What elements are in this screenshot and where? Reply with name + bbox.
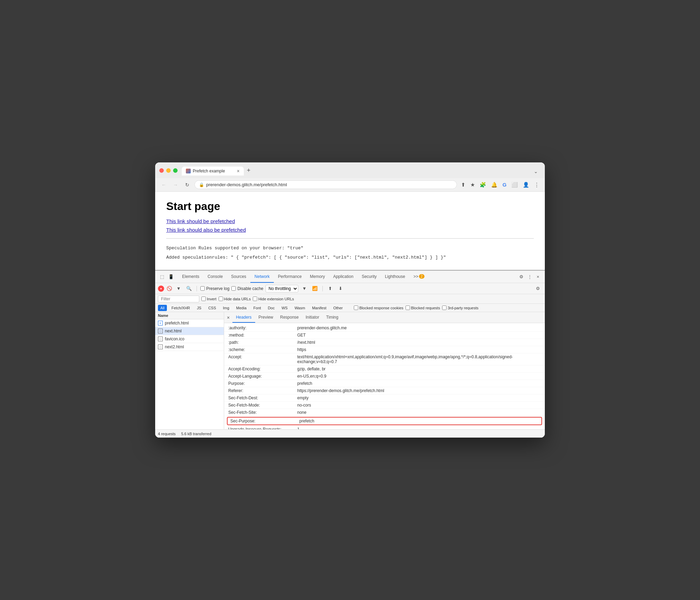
- more-icon[interactable]: ⋮: [533, 181, 541, 189]
- blocked-response-cookies-checkbox[interactable]: Blocked response cookies: [354, 306, 403, 310]
- link-2[interactable]: This link should also be prefetched: [166, 227, 534, 233]
- new-tab-button[interactable]: +: [244, 166, 253, 176]
- filter-font-button[interactable]: Font: [251, 305, 263, 311]
- status-transferred: 5.6 kB transferred: [181, 432, 211, 436]
- back-button[interactable]: ←: [159, 180, 168, 189]
- more-tabs-button[interactable]: >> 2: [409, 271, 429, 283]
- req-icon-page-2: □: [158, 337, 163, 341]
- upload-icon[interactable]: ⬆: [326, 284, 334, 293]
- browser-menu-button[interactable]: ⌄: [531, 167, 541, 176]
- cast-icon[interactable]: ⬜: [510, 181, 519, 189]
- hide-data-urls-checkbox[interactable]: Hide data URLs: [219, 297, 251, 301]
- devtools-controls: ● 🚫 ▼ 🔍 Preserve log Disable cache No th…: [155, 283, 545, 294]
- page-content: Start page This link should be prefetche…: [155, 192, 545, 270]
- req-icon-doc: ≡: [158, 321, 163, 326]
- download-icon[interactable]: ⬇: [337, 284, 345, 293]
- title-bar: Prefetch example × + ⌄: [155, 162, 545, 178]
- tabs-badge: 2: [419, 274, 424, 279]
- filter-js-button[interactable]: JS: [194, 305, 204, 311]
- filter-input[interactable]: [158, 296, 199, 302]
- wifi-icon[interactable]: 📶: [311, 284, 319, 293]
- tab-sources[interactable]: Sources: [227, 271, 250, 283]
- third-party-requests-checkbox[interactable]: 3rd-party requests: [442, 306, 478, 310]
- spec-line-1: Speculation Rules supported on your brow…: [166, 244, 534, 252]
- address-field[interactable]: 🔒 prerender-demos.glitch.me/prefetch.htm…: [194, 180, 457, 189]
- header-row-referer: Referer: https://prerender-demos.glitch.…: [224, 387, 545, 394]
- devtools-close-button[interactable]: ×: [534, 273, 542, 281]
- search-button[interactable]: 🔍: [185, 284, 193, 293]
- details-close-button[interactable]: ×: [227, 315, 230, 320]
- reload-button[interactable]: ↻: [183, 180, 192, 189]
- tab-network[interactable]: Network: [250, 271, 274, 283]
- share-icon[interactable]: ⬆: [460, 181, 467, 189]
- record-button[interactable]: ●: [158, 286, 164, 292]
- devtools-more-button[interactable]: ⋮: [526, 273, 534, 281]
- browser-tab[interactable]: Prefetch example ×: [182, 167, 244, 176]
- traffic-light-red[interactable]: [159, 168, 164, 173]
- link-1[interactable]: This link should be prefetched: [166, 218, 534, 224]
- blocked-requests-checkbox[interactable]: Blocked requests: [406, 306, 440, 310]
- filter-fetch-xhr-button[interactable]: Fetch/XHR: [169, 305, 192, 311]
- tab-console[interactable]: Console: [203, 271, 227, 283]
- filter-img-button[interactable]: Img: [221, 305, 232, 311]
- separator-2: [322, 286, 323, 291]
- details-tab-preview[interactable]: Preview: [255, 312, 277, 323]
- traffic-light-green[interactable]: [173, 168, 178, 173]
- clear-button[interactable]: 🚫: [166, 286, 172, 292]
- headers-table: :authority: prerender-demos.glitch.me :m…: [224, 323, 545, 429]
- disable-cache-checkbox[interactable]: Disable cache: [231, 286, 263, 291]
- inspect-element-icon[interactable]: ⬚: [158, 273, 166, 281]
- filter-dropdown-button[interactable]: ▼: [174, 284, 183, 293]
- header-row-sec-fetch-mode: Sec-Fetch-Mode: no-cors: [224, 402, 545, 409]
- details-tab-timing[interactable]: Timing: [323, 312, 342, 323]
- tab-security[interactable]: Security: [358, 271, 381, 283]
- device-toolbar-icon[interactable]: 📱: [167, 273, 175, 281]
- tab-application[interactable]: Application: [329, 271, 358, 283]
- preserve-log-checkbox[interactable]: Preserve log: [200, 286, 229, 291]
- profile-icon-1[interactable]: 🔔: [490, 181, 499, 189]
- header-row-accept-encoding: Accept-Encoding: gzip, deflate, br: [224, 366, 545, 373]
- traffic-light-yellow[interactable]: [166, 168, 171, 173]
- bookmark-icon[interactable]: ★: [469, 181, 476, 189]
- filter-other-button[interactable]: Other: [331, 305, 345, 311]
- account-icon[interactable]: 👤: [521, 181, 531, 189]
- forward-button[interactable]: →: [171, 180, 180, 189]
- invert-checkbox[interactable]: Invert: [201, 297, 217, 301]
- details-tab-response[interactable]: Response: [277, 312, 302, 323]
- request-item-favicon[interactable]: □ favicon.ico: [155, 335, 224, 343]
- devtools-settings-button[interactable]: ⚙: [517, 273, 526, 281]
- type-filter-bar: All Fetch/XHR JS CSS Img Media Font Doc …: [155, 304, 545, 312]
- spec-line-2: Added speculationrules: " { "prefetch": …: [166, 253, 534, 261]
- details-tab-initiator[interactable]: Initiator: [302, 312, 322, 323]
- request-item-next2[interactable]: □ next2.html: [155, 343, 224, 351]
- request-item-next[interactable]: □ next.html: [155, 327, 224, 335]
- filter-css-button[interactable]: CSS: [206, 305, 219, 311]
- throttle-dropdown-icon[interactable]: ▼: [300, 284, 309, 293]
- google-icon[interactable]: G: [501, 181, 508, 188]
- extensions-icon[interactable]: 🧩: [478, 181, 488, 189]
- filter-media-button[interactable]: Media: [234, 305, 249, 311]
- devtools-icons: ⬚ 📱: [158, 273, 175, 281]
- filter-wasm-button[interactable]: Wasm: [292, 305, 308, 311]
- network-settings-button[interactable]: ⚙: [534, 284, 542, 293]
- filter-doc-button[interactable]: Doc: [266, 305, 277, 311]
- network-panel: Name ≡ prefetch.html □ next.html □ favic…: [155, 312, 545, 429]
- details-tab-headers[interactable]: Headers: [232, 312, 255, 323]
- filter-bar: Invert Hide data URLs Hide extension URL…: [155, 294, 545, 304]
- request-item-prefetch[interactable]: ≡ prefetch.html: [155, 319, 224, 327]
- filter-manifest-button[interactable]: Manifest: [310, 305, 329, 311]
- tab-elements[interactable]: Elements: [178, 271, 203, 283]
- details-panel: × Headers Preview Response Initiator Tim…: [224, 312, 545, 429]
- header-row-method: :method: GET: [224, 332, 545, 339]
- hide-extension-urls-checkbox[interactable]: Hide extension URLs: [253, 297, 294, 301]
- details-tabs: × Headers Preview Response Initiator Tim…: [224, 312, 545, 323]
- tab-close-button[interactable]: ×: [237, 169, 240, 173]
- filter-ws-button[interactable]: WS: [279, 305, 290, 311]
- tab-memory[interactable]: Memory: [306, 271, 329, 283]
- page-title: Start page: [166, 200, 534, 213]
- tab-performance[interactable]: Performance: [274, 271, 306, 283]
- filter-all-button[interactable]: All: [158, 305, 167, 311]
- lock-icon: 🔒: [199, 182, 204, 187]
- throttle-select[interactable]: No throttling: [266, 285, 298, 292]
- tab-lighthouse[interactable]: Lighthouse: [381, 271, 409, 283]
